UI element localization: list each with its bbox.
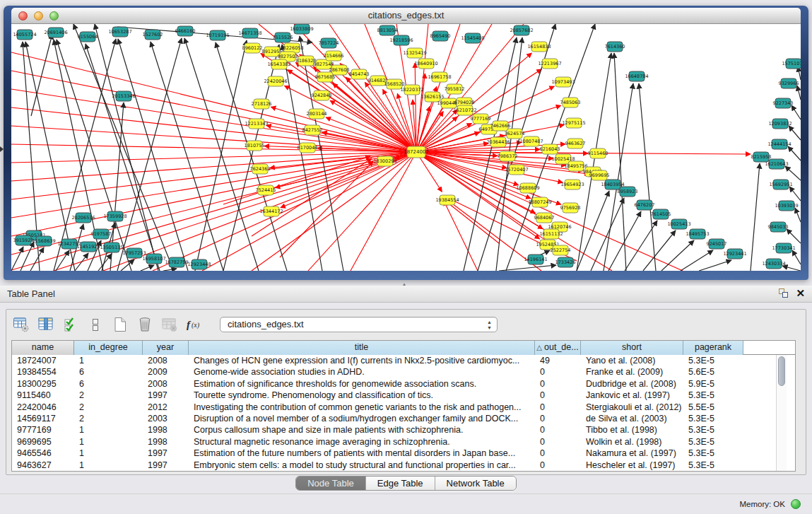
graph-edge-black[interactable] xyxy=(661,240,694,271)
graph-edge-red[interactable] xyxy=(11,89,416,152)
zoom-window-button[interactable] xyxy=(49,11,59,21)
tab-network-table[interactable]: Network Table xyxy=(435,477,516,490)
graph-node-label: 7524415 xyxy=(256,187,276,193)
graph-edge-red[interactable] xyxy=(11,152,416,236)
cell-out_de: 0 xyxy=(535,366,581,378)
unselect-rows-button[interactable] xyxy=(86,315,105,334)
column-header-title[interactable]: title xyxy=(189,341,535,355)
cell-short: Stergiakouli et al. (2012) xyxy=(581,402,683,413)
column-header-in_degree[interactable]: in_degree xyxy=(74,341,143,355)
column-header-short[interactable]: short xyxy=(581,341,683,355)
graph-edge-black[interactable] xyxy=(141,265,154,271)
function-builder-button[interactable]: f(x) xyxy=(185,315,204,334)
graph-node-label: 16210722 xyxy=(453,107,476,113)
cell-short: Dudbridge et al. (2008) xyxy=(581,378,683,390)
window-titlebar[interactable]: citations_edges.txt xyxy=(11,8,801,24)
graph-edge-red[interactable] xyxy=(445,201,499,243)
table-row[interactable]: 1872400712008Changes of HCN gene express… xyxy=(12,355,795,366)
tab-edge-table[interactable]: Edge Table xyxy=(366,477,435,490)
tab-node-table[interactable]: Node Table xyxy=(296,477,366,490)
table-row[interactable]: 1938455462009Genome-wide association stu… xyxy=(12,366,795,378)
close-window-button[interactable] xyxy=(18,11,28,21)
graph-edge-black[interactable] xyxy=(625,221,657,271)
graph-edge-black[interactable] xyxy=(792,250,801,264)
graph-node-label: 12430334 xyxy=(762,261,785,267)
graph-edge-black[interactable] xyxy=(787,229,801,243)
new-column-button[interactable] xyxy=(111,315,129,334)
table-row[interactable]: 969969511998Structural magnetic resonanc… xyxy=(12,436,795,448)
graph-edge-red[interactable] xyxy=(11,71,416,152)
table-row[interactable]: 1830029562008Estimation of significance … xyxy=(12,378,795,390)
graph-edge-black[interactable] xyxy=(789,126,801,140)
graph-edge-black[interactable] xyxy=(614,53,626,271)
cell-pagerank: 5.6E-5 xyxy=(683,366,743,378)
graph-node-label: 10653287 xyxy=(108,29,131,35)
cell-title: Estimation of the future numbers of pati… xyxy=(189,448,535,459)
column-header-year[interactable]: year xyxy=(143,341,189,355)
graph-node-label: 9463627 xyxy=(565,141,586,146)
graph-node-label: 16210643 xyxy=(765,161,788,167)
graph-edge-red[interactable] xyxy=(11,152,416,218)
table-row[interactable]: 1456911722003Disruption of a novel membe… xyxy=(12,413,795,424)
show-columns-button[interactable] xyxy=(37,315,55,334)
graph-edge-black[interactable] xyxy=(789,187,801,201)
graph-edge-black[interactable] xyxy=(591,198,624,271)
minimize-window-button[interactable] xyxy=(34,11,43,21)
table-row[interactable]: 946362711997Embryonic stem cells: a mode… xyxy=(12,460,795,471)
cell-in_degree: 2 xyxy=(74,390,143,401)
graph-edge-red[interactable] xyxy=(11,152,416,270)
table-scrollbar[interactable] xyxy=(776,355,787,471)
graph-edge-black[interactable] xyxy=(195,40,247,271)
column-header-pagerank[interactable]: pagerank xyxy=(683,341,743,355)
graph-edge-black[interactable] xyxy=(20,242,34,271)
graph-edge-red[interactable] xyxy=(444,201,478,271)
graph-node-label: 10719195 xyxy=(206,33,229,38)
graph-edge-red[interactable] xyxy=(416,152,683,271)
network-canvas[interactable]: 1405572420691406915506410653287152760264… xyxy=(11,24,801,271)
graph-edge-black[interactable] xyxy=(751,163,760,271)
citation-network-graph[interactable]: 1405572420691406915506410653287152760264… xyxy=(11,24,801,271)
table-row[interactable]: 2242004622012Investigating the contribut… xyxy=(12,402,795,413)
close-panel-icon[interactable]: ✕ xyxy=(796,288,805,298)
graph-edge-black[interactable] xyxy=(608,211,641,271)
select-all-button[interactable] xyxy=(61,315,80,334)
graph-edge-red[interactable] xyxy=(415,152,751,154)
left-panel-collapse-arrow[interactable] xyxy=(0,146,4,152)
column-header-name[interactable]: name xyxy=(12,341,74,355)
cell-title: Tourette syndrome. Phenomenology and cla… xyxy=(189,390,535,401)
graph-node-label: 14196141 xyxy=(524,257,547,262)
graph-edge-black[interactable] xyxy=(797,86,801,100)
graph-node-label: 8813054 xyxy=(377,28,398,33)
delete-column-button[interactable] xyxy=(136,315,154,334)
scrollbar-thumb[interactable] xyxy=(778,356,785,386)
graph-edge-black[interactable] xyxy=(699,260,731,271)
delete-table-button-disabled[interactable] xyxy=(160,315,179,334)
graph-node-label: 10973493 xyxy=(551,79,575,85)
table-row[interactable]: 911546021997Tourette syndrome. Phenomeno… xyxy=(12,390,795,401)
graph-edge-black[interactable] xyxy=(163,269,177,271)
table-mode-button[interactable] xyxy=(12,315,30,334)
graph-edge-red[interactable] xyxy=(280,161,373,257)
table-row[interactable]: 977716911998Corpus callosum shape and si… xyxy=(12,424,795,436)
graph-edge-black[interactable] xyxy=(785,166,801,180)
column-header-out_de[interactable]: △out_de... xyxy=(535,341,581,355)
graph-edge-black[interactable] xyxy=(643,230,676,271)
graph-edge-black[interactable] xyxy=(795,208,801,222)
graph-node-label: 6216043 xyxy=(540,146,560,152)
graph-edge-red[interactable] xyxy=(11,152,416,199)
graph-edge-black[interactable] xyxy=(792,105,801,119)
cell-short: de Silva et al. (2003) xyxy=(581,413,683,424)
graph-edge-black[interactable] xyxy=(639,83,656,271)
graph-node-label: 17730341 xyxy=(772,245,795,251)
graph-edge-black[interactable] xyxy=(151,42,223,271)
cell-pagerank: 5.3E-5 xyxy=(683,390,743,401)
graph-edge-black[interactable] xyxy=(30,247,44,271)
graph-node-label: 9684067 xyxy=(534,215,555,221)
table-selector-dropdown[interactable]: citations_edges.txt ▲▼ xyxy=(220,317,498,332)
cell-out_de: 0 xyxy=(535,390,581,401)
cell-pagerank: 5.3E-5 xyxy=(683,355,743,366)
table-row[interactable]: 946554611997Estimation of the future num… xyxy=(12,448,795,459)
float-panel-icon[interactable] xyxy=(778,288,789,298)
graph-edge-black[interactable] xyxy=(75,253,88,271)
graph-edge-black[interactable] xyxy=(788,146,801,160)
